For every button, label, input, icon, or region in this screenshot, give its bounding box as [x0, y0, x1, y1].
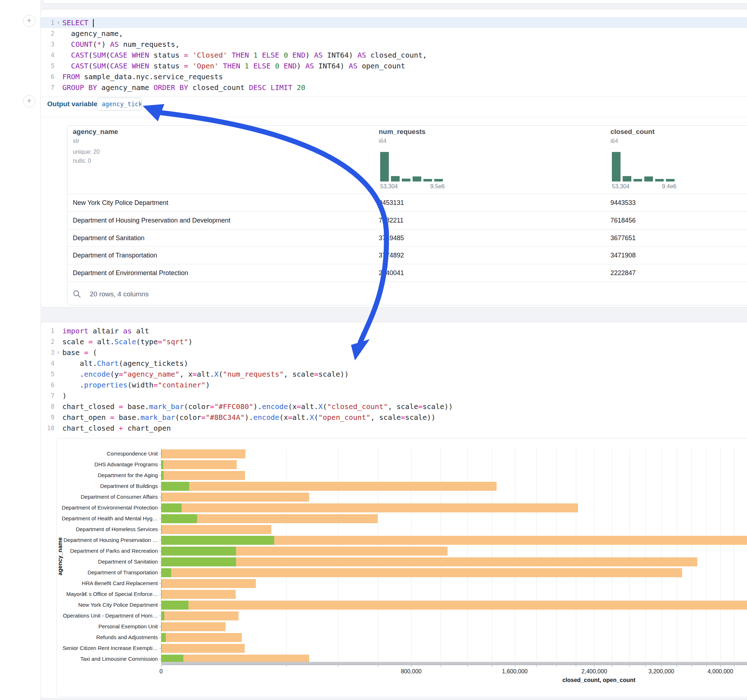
table-cell: Department of Housing Preservation and D… — [73, 212, 230, 229]
table-cell: 7782211 — [379, 212, 404, 229]
y-tick — [159, 551, 161, 551]
code-line[interactable]: 1import altair as alt — [41, 326, 747, 336]
y-tick — [159, 465, 161, 465]
gridline — [441, 448, 441, 665]
gridline — [536, 448, 537, 665]
fold-spacer — [54, 412, 62, 423]
add-cell-button-below-sql[interactable]: + — [23, 95, 35, 107]
y-axis-label: Department of Buildings — [57, 483, 158, 490]
gridline — [691, 448, 692, 665]
line-number: 10 — [41, 423, 54, 433]
code-line[interactable]: 9chart_open = base.mark_bar(color="#8BC3… — [41, 412, 747, 423]
code-line[interactable]: 8chart_closed = base.mark_bar(color="#FF… — [41, 401, 747, 412]
y-axis-label: Department of Health and Mental Hyg… — [57, 515, 158, 522]
code-line[interactable]: 4 CAST(SUM(CASE WHEN status = 'Closed' T… — [41, 50, 747, 60]
code-line[interactable]: 6 .properties(width="container") — [41, 380, 747, 390]
column-stat: nulls: 0 — [73, 158, 91, 164]
code-line[interactable]: 3 COUNT(*) AS num_requests, — [41, 39, 747, 50]
code-line[interactable]: 2scale = alt.Scale(type="sqrt") — [41, 336, 747, 347]
fold-spacer — [54, 401, 62, 412]
open_count-bar — [161, 493, 162, 502]
x-tick — [411, 665, 411, 667]
x-tick — [691, 665, 692, 667]
code-line[interactable]: 3∨base = ( — [41, 347, 747, 358]
fold-spacer — [54, 380, 62, 390]
histogram-bar — [380, 152, 389, 181]
code-text: COUNT(*) AS num_requests, — [62, 39, 180, 50]
fold-spacer — [54, 369, 62, 380]
open_count-bar — [161, 579, 162, 588]
code-text: ) — [62, 390, 67, 401]
x-tick — [556, 665, 557, 667]
column-header[interactable]: closed_count — [611, 128, 655, 136]
open_count-bar — [161, 536, 274, 545]
closed_count-bar — [161, 525, 271, 534]
x-tick — [536, 665, 537, 667]
table-cell: 3471908 — [611, 247, 636, 264]
line-number: 4 — [41, 358, 54, 369]
code-line[interactable]: 6FROM sample_data.nyc.service_requests — [41, 71, 747, 82]
histogram-bar — [644, 177, 653, 181]
column-header[interactable]: agency_name — [73, 128, 118, 136]
histogram-bar — [423, 179, 432, 181]
x-tick — [706, 665, 707, 667]
code-text: alt.Chart(agency_tickets) — [62, 358, 188, 369]
fold-spacer — [54, 82, 62, 93]
python-code-editor[interactable]: 1import altair as alt2scale = alt.Scale(… — [41, 326, 747, 433]
fold-chevron-icon[interactable]: ∨ — [54, 347, 62, 358]
code-line[interactable]: 4 alt.Chart(agency_tickets) — [41, 358, 747, 369]
closed_count-bar — [161, 590, 236, 599]
line-number: 3 — [41, 39, 54, 50]
code-line[interactable]: 7GROUP BY agency_name ORDER BY closed_co… — [41, 82, 747, 93]
output-variable-pill[interactable]: agency_tickets — [97, 98, 142, 110]
line-number: 7 — [41, 82, 54, 93]
y-axis-label: Senior Citizen Rent Increase Exempti… — [57, 644, 158, 652]
chart-horizontal-scrollbar[interactable] — [161, 662, 747, 665]
table-cell: 3774892 — [379, 247, 404, 264]
code-line[interactable]: 10chart_closed + chart_open — [41, 423, 747, 433]
code-text: agency_name, — [62, 28, 123, 39]
dataframe-preview: agency_namestrunique: 20nulls: 0num_requ… — [67, 125, 747, 305]
output-variable-label: Output variable: — [47, 100, 100, 109]
x-tick-label: 2,400,000 — [566, 668, 623, 675]
table-row: Department of Environmental Protection22… — [67, 264, 747, 282]
gridline — [467, 448, 468, 665]
histogram-bar — [623, 176, 631, 181]
closed_count-bar — [161, 557, 697, 566]
table-cell: Department of Sanitation — [73, 229, 145, 247]
code-line[interactable]: 1∨SELECT — [41, 17, 747, 28]
y-axis-label: Department of Sanitation — [57, 558, 158, 565]
column-header[interactable]: num_requests — [379, 128, 426, 136]
open_count-bar — [161, 633, 166, 642]
line-number: 2 — [41, 336, 54, 347]
closed_count-bar — [161, 633, 242, 642]
open_count-bar — [161, 450, 162, 459]
code-line[interactable]: 5 CAST(SUM(CASE WHEN status = 'Open' THE… — [41, 60, 747, 71]
altair-chart-output: Correspondence UnitDHS Advantage Program… — [57, 438, 747, 697]
x-tick — [515, 665, 515, 667]
code-line[interactable]: 2 agency_name, — [41, 28, 747, 39]
code-line[interactable]: 5 .encode(y="agency_name", x=alt.X("num_… — [41, 369, 747, 380]
closed_count-bar — [161, 568, 682, 577]
sql-code-editor[interactable]: 1∨SELECT 2 agency_name,3 COUNT(*) AS num… — [41, 17, 747, 93]
open_count-bar — [161, 644, 162, 653]
gridline — [677, 448, 677, 665]
add-cell-button-top[interactable]: + — [23, 15, 35, 27]
fold-chevron-icon[interactable]: ∨ — [54, 17, 62, 28]
open_count-bar — [161, 600, 189, 609]
closed_count-bar — [161, 482, 496, 491]
table-cell: 3749485 — [379, 229, 404, 247]
search-icon[interactable] — [73, 290, 82, 299]
y-axis-label: Department of Consumer Affairs — [57, 493, 158, 501]
closed_count-bar — [161, 450, 245, 459]
code-text: CAST(SUM(CASE WHEN status = 'Open' THEN … — [62, 60, 405, 71]
y-tick — [159, 605, 161, 605]
code-line[interactable]: 7) — [41, 390, 747, 401]
gridline — [556, 448, 557, 665]
y-axis-label: Correspondence Unit — [57, 450, 158, 457]
x-tick-label: 4,000,000 — [691, 668, 747, 675]
code-text: FROM sample_data.nyc.service_requests — [62, 71, 223, 82]
table-cell: 9443533 — [611, 194, 636, 212]
y-tick — [159, 497, 161, 497]
left-gutter-rail — [0, 0, 40, 700]
